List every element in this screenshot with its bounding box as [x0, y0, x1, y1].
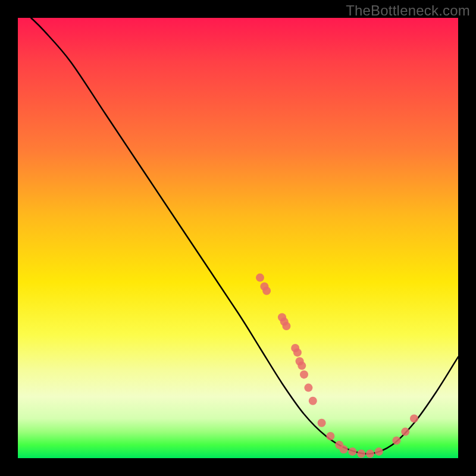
data-point: [282, 322, 290, 330]
data-point: [357, 450, 365, 458]
bottleneck-curve: [31, 18, 458, 454]
data-point: [300, 370, 308, 378]
data-point: [375, 447, 383, 456]
data-point: [298, 362, 306, 370]
data-point: [410, 414, 418, 422]
data-point: [401, 428, 409, 436]
data-point: [340, 445, 348, 453]
data-point: [293, 348, 302, 356]
data-point: [326, 432, 334, 440]
data-point: [309, 397, 317, 405]
plot-svg: [18, 18, 458, 458]
chart-container: TheBottleneck.com: [0, 0, 476, 476]
data-point: [262, 287, 271, 295]
data-point: [392, 436, 400, 444]
data-points-group: [256, 274, 418, 458]
watermark-text: TheBottleneck.com: [346, 2, 470, 19]
data-point: [256, 274, 264, 282]
plot-area: [18, 18, 458, 458]
data-point: [366, 450, 374, 458]
data-point: [348, 447, 356, 456]
data-point: [304, 384, 312, 392]
data-point: [318, 419, 326, 427]
